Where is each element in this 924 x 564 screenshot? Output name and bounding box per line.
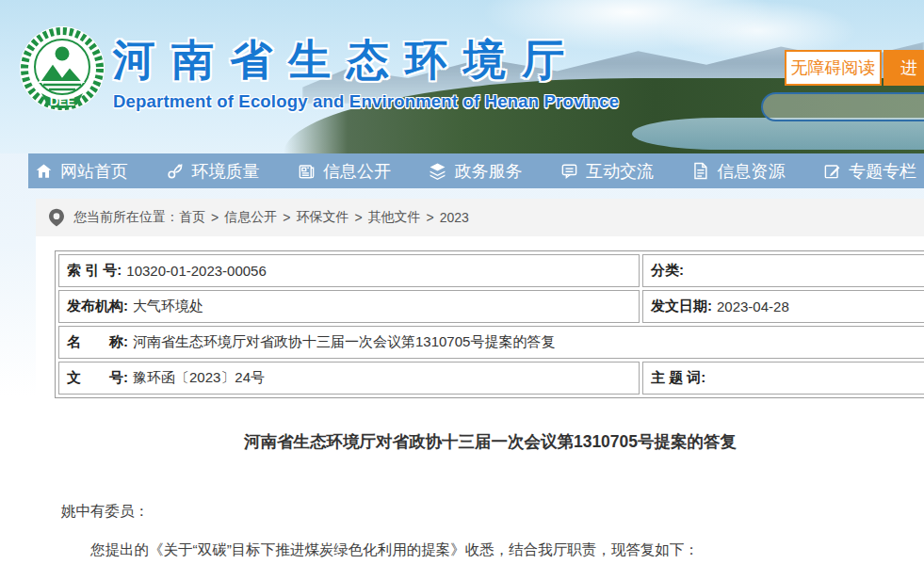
nav-item-special-topics[interactable]: 专题专栏 [822,160,916,183]
breadcrumb-year[interactable]: 2023 [440,210,469,225]
location-pin-icon [49,208,64,227]
table-row: 文 号: 豫环函〔2023〕24号 主 题 词: [58,362,924,395]
search-box [761,92,924,121]
breadcrumb-info-disclosure[interactable]: 信息公开 [224,209,277,226]
logo-text: DEE [50,94,75,108]
breadcrumb-home[interactable]: 首页 [179,209,205,226]
breadcrumb-separator: > [427,210,434,225]
site-brand: 河南省生态环境厅 Department of Ecology and Envir… [113,32,619,112]
document-body: 姚中有委员： 您提出的《关于“双碳”目标下推进煤炭绿色化利用的提案》收悉，结合我… [36,502,924,560]
breadcrumb-separator: > [283,210,290,225]
meta-keywords-cell: 主 题 词: [642,362,924,395]
breadcrumb: 您当前所在位置： 首页 > 信息公开 > 环保文件 > 其他文件 > 2023 [36,199,924,236]
meta-label: 名 称: [67,333,128,351]
document-icon [691,162,710,181]
nav-item-label: 互动交流 [586,160,654,183]
main-nav: 网站首页 环境质量 信息公开 政务服务 互动交流 信息资源 专题专栏 [28,153,924,188]
document-meta-table: 索 引 号: 10320-01-2023-00056 分类: 发布机构: 大气环… [55,250,924,398]
meta-label: 主 题 词: [651,369,705,387]
table-row: 发布机构: 大气环境处 发文日期: 2023-04-28 [58,290,924,323]
chat-icon [559,162,578,181]
breadcrumb-env-files[interactable]: 环保文件 [296,209,349,226]
nav-item-info-disclosure[interactable]: 信息公开 [297,160,391,183]
document-salutation: 姚中有委员： [61,502,924,522]
nav-item-label: 信息资源 [718,160,786,183]
accessibility-button[interactable]: 无障碍阅读 [785,50,882,86]
nav-item-gov-services[interactable]: 政务服务 [429,160,523,183]
dee-logo[interactable]: DEE [19,25,105,112]
meta-title-cell: 名 称: 河南省生态环境厅对省政协十三届一次会议第1310705号提案的答复 [58,326,924,359]
table-row: 索 引 号: 10320-01-2023-00056 分类: [58,254,924,287]
layers-icon [429,162,447,181]
nav-item-info-resources[interactable]: 信息资源 [691,160,786,183]
meta-doc-number-cell: 文 号: 豫环函〔2023〕24号 [58,362,640,395]
meta-value: 10320-01-2023-00056 [126,263,266,279]
meta-value: 河南省生态环境厅对省政协十三届一次会议第1310705号提案的答复 [133,333,555,351]
meta-issue-date-cell: 发文日期: 2023-04-28 [642,290,924,323]
content-panel: 您当前所在位置： 首页 > 信息公开 > 环保文件 > 其他文件 > 2023 … [36,199,924,564]
breadcrumb-other-files[interactable]: 其他文件 [368,209,421,226]
meta-label: 发文日期: [651,298,712,315]
site-header: DEE 河南省生态环境厅 Department of Ecology and E… [0,0,924,153]
mode-button[interactable]: 进 [883,50,924,86]
sprout-icon [166,162,185,181]
search-input[interactable] [763,94,924,120]
nav-item-label: 网站首页 [60,160,128,183]
document-paragraph: 您提出的《关于“双碳”目标下推进煤炭绿色化利用的提案》收悉，结合我厅职责，现答复… [61,540,924,560]
edit-icon [822,162,841,181]
meta-issuing-agency-cell: 发布机构: 大气环境处 [58,290,640,323]
nav-item-env-quality[interactable]: 环境质量 [166,160,260,183]
meta-label: 分类: [651,262,684,280]
breadcrumb-separator: > [354,210,362,225]
meta-label: 发布机构: [67,298,128,315]
site-title: 河南省生态环境厅 [113,32,619,89]
lake-scenery [632,118,924,150]
nav-item-label: 政务服务 [455,160,523,183]
nav-item-home[interactable]: 网站首页 [34,160,128,183]
nav-item-label: 环境质量 [192,160,260,183]
nav-item-label: 专题专栏 [849,160,916,183]
document-title: 河南省生态环境厅对省政协十三届一次会议第1310705号提案的答复 [36,430,924,453]
meta-value: 豫环函〔2023〕24号 [133,369,265,387]
meta-value: 大气环境处 [133,298,203,315]
meta-index-number-cell: 索 引 号: 10320-01-2023-00056 [58,254,640,287]
meta-label: 文 号: [67,369,128,387]
site-subtitle: Department of Ecology and Environment of… [113,91,619,112]
nav-item-interaction[interactable]: 互动交流 [559,160,654,183]
breadcrumb-prefix: 您当前所在位置： [73,209,179,226]
home-icon [34,162,53,181]
meta-label: 索 引 号: [67,262,122,280]
breadcrumb-separator: > [211,210,219,225]
nav-item-label: 信息公开 [323,160,391,183]
newspaper-icon [297,162,316,181]
table-row: 名 称: 河南省生态环境厅对省政协十三届一次会议第1310705号提案的答复 [58,326,924,359]
meta-category-cell: 分类: [642,254,924,287]
meta-value: 2023-04-28 [717,298,789,314]
